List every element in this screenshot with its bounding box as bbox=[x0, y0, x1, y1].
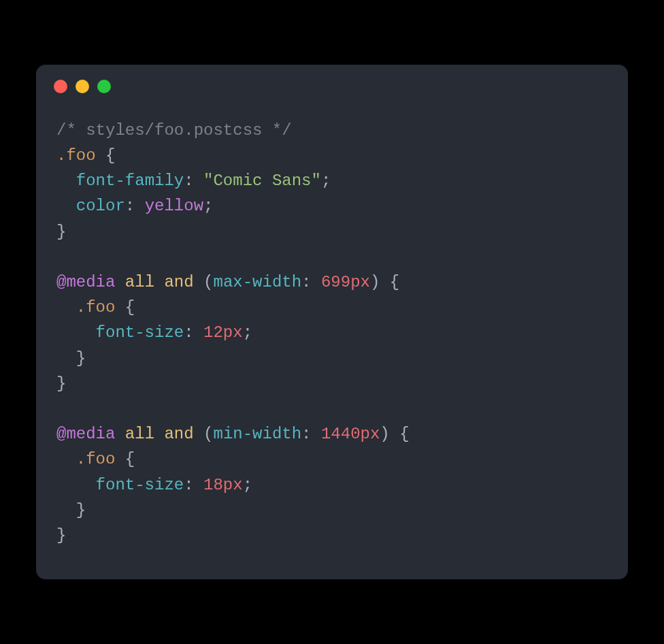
code-line: color: yellow; bbox=[56, 193, 608, 219]
token-punct bbox=[56, 197, 76, 215]
code-block: /* styles/foo.postcss */.foo { font-fami… bbox=[36, 97, 628, 579]
token-punct: ; bbox=[243, 476, 252, 494]
token-kw: and bbox=[164, 273, 193, 291]
code-line: .foo { bbox=[56, 447, 608, 472]
token-punct: { bbox=[115, 298, 135, 317]
token-punct: } bbox=[56, 501, 86, 519]
minimize-icon[interactable] bbox=[76, 80, 89, 93]
token-punct: : bbox=[125, 197, 145, 215]
token-punct: : bbox=[301, 273, 321, 291]
token-punct: } bbox=[56, 223, 66, 241]
token-punct bbox=[56, 476, 96, 494]
token-comment: /* styles/foo.postcss */ bbox=[56, 121, 292, 140]
token-kw: all bbox=[125, 273, 154, 291]
token-punct: ) { bbox=[380, 425, 409, 443]
code-line: /* styles/foo.postcss */ bbox=[56, 118, 608, 143]
token-punct bbox=[154, 425, 164, 443]
token-punct: ; bbox=[321, 172, 331, 190]
code-line: @media all and (min-width: 1440px) { bbox=[56, 421, 608, 447]
token-punct: { bbox=[115, 450, 135, 468]
token-punct: : bbox=[301, 425, 321, 443]
code-line: } bbox=[56, 371, 608, 396]
token-punct bbox=[56, 298, 76, 317]
token-punct: { bbox=[96, 146, 116, 165]
token-punct: : bbox=[184, 476, 203, 494]
code-line: .foo { bbox=[56, 295, 608, 320]
code-line: @media all and (max-width: 699px) { bbox=[56, 270, 608, 295]
token-punct: } bbox=[56, 526, 66, 545]
token-number: 12px bbox=[203, 323, 243, 342]
code-line bbox=[56, 244, 608, 270]
token-punct bbox=[56, 172, 76, 190]
code-line: font-size: 12px; bbox=[56, 320, 608, 345]
token-prop: font-size bbox=[96, 323, 184, 342]
token-prop: min-width bbox=[213, 425, 301, 443]
token-prop: max-width bbox=[213, 273, 301, 291]
token-kw: and bbox=[164, 425, 193, 443]
token-punct bbox=[56, 323, 96, 342]
token-at: @media bbox=[56, 425, 115, 443]
token-punct: ( bbox=[194, 425, 214, 443]
token-punct bbox=[115, 425, 124, 443]
token-punct: } bbox=[56, 349, 86, 368]
code-line: font-size: 18px; bbox=[56, 472, 608, 498]
token-punct: : bbox=[184, 323, 203, 342]
titlebar bbox=[36, 65, 628, 97]
token-selector: .foo bbox=[76, 450, 116, 468]
token-punct bbox=[115, 273, 124, 291]
token-selector: .foo bbox=[56, 146, 96, 165]
token-number: 18px bbox=[203, 476, 243, 494]
token-number: 1440px bbox=[321, 425, 380, 443]
token-punct: ( bbox=[194, 273, 214, 291]
token-punct: ; bbox=[203, 197, 213, 215]
close-icon[interactable] bbox=[54, 80, 67, 93]
token-at: @media bbox=[56, 273, 115, 291]
token-punct bbox=[154, 273, 164, 291]
token-kw: all bbox=[125, 425, 154, 443]
token-punct bbox=[56, 450, 76, 468]
token-string: "Comic Sans" bbox=[203, 172, 321, 190]
code-line: } bbox=[56, 219, 608, 244]
code-line: } bbox=[56, 523, 608, 548]
code-window: /* styles/foo.postcss */.foo { font-fami… bbox=[36, 65, 628, 579]
code-line: font-family: "Comic Sans"; bbox=[56, 168, 608, 193]
token-prop: font-size bbox=[96, 476, 184, 494]
code-line: } bbox=[56, 498, 608, 523]
token-punct: ) { bbox=[370, 273, 399, 291]
code-line bbox=[56, 396, 608, 421]
token-prop: color bbox=[76, 197, 125, 215]
token-value: yellow bbox=[145, 197, 203, 215]
token-selector: .foo bbox=[76, 298, 116, 317]
code-line: .foo { bbox=[56, 143, 608, 168]
token-number: 699px bbox=[321, 273, 370, 291]
token-prop: font-family bbox=[76, 172, 184, 190]
token-punct: : bbox=[184, 172, 203, 190]
token-punct: } bbox=[56, 374, 66, 393]
zoom-icon[interactable] bbox=[97, 80, 111, 93]
code-line: } bbox=[56, 346, 608, 371]
token-punct: ; bbox=[243, 323, 252, 342]
